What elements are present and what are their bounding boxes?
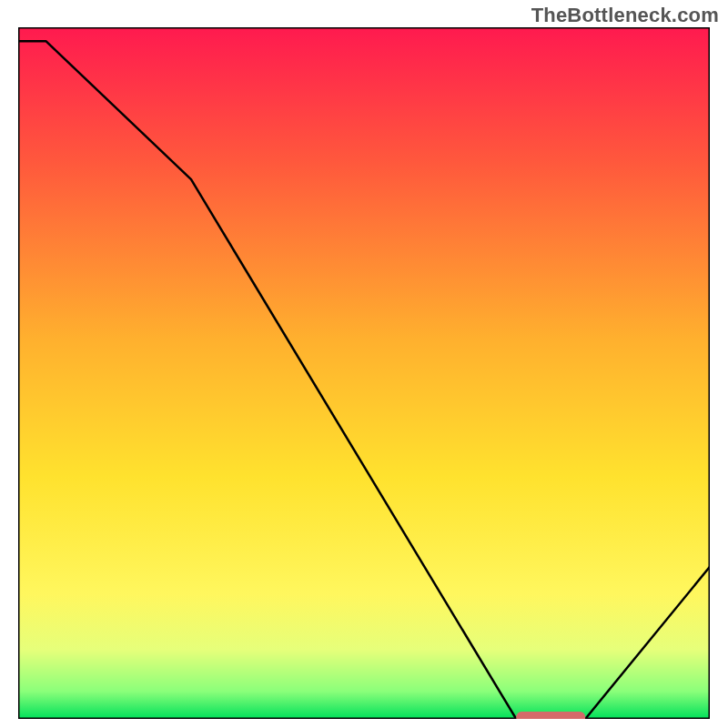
bottleneck-chart [18,27,710,719]
watermark-text: TheBottleneck.com [531,4,719,27]
optimal-range-marker [516,712,585,719]
chart-background-gradient [18,27,710,719]
chart-page: TheBottleneck.com [0,0,728,728]
chart-svg [18,27,710,719]
